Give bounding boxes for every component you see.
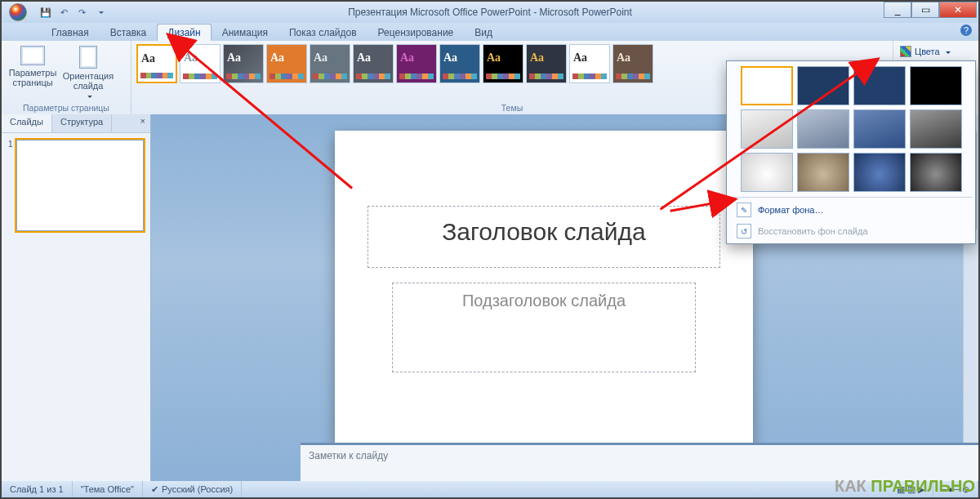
theme-thumb[interactable]: Aa (310, 44, 350, 83)
bg-style-cell[interactable] (853, 153, 906, 192)
panel-close-icon[interactable]: × (136, 114, 150, 132)
close-button[interactable]: ✕ (939, 2, 977, 18)
minimize-button[interactable]: _ (884, 2, 911, 18)
slides-panel: Слайды Структура × 1 (2, 114, 151, 481)
theme-color-bar (140, 73, 173, 78)
background-styles-grid (732, 66, 970, 192)
ribbon-tab-1[interactable]: Вставка (100, 24, 158, 41)
page-setup-label: Параметры страницы (7, 68, 59, 87)
ribbon-tabs: ГлавнаяВставкаДизайнАнимацияПоказ слайдо… (2, 23, 978, 41)
watermark-a: КАК (835, 477, 871, 495)
group-label: Параметры страницы (7, 102, 126, 113)
theme-thumb[interactable]: Aa (439, 44, 480, 83)
bg-style-cell[interactable] (910, 66, 962, 105)
notes-pane[interactable]: Заметки к слайду (301, 443, 978, 481)
help-icon[interactable]: ? (960, 25, 972, 36)
chevron-down-icon (943, 47, 951, 56)
slide-thumbnail[interactable] (16, 140, 144, 231)
orientation-label: Ориентация слайда (62, 71, 114, 91)
chevron-down-icon (85, 91, 92, 100)
background-styles-popup: ✎Формат фона… ↺Восстановить фон слайда (726, 60, 976, 244)
office-logo-icon (9, 3, 27, 21)
theme-sample-text: Aa (227, 51, 241, 65)
undo-icon[interactable]: ↶ (57, 6, 70, 19)
slides-panel-tabs: Слайды Структура × (2, 114, 150, 133)
theme-color-bar (226, 74, 261, 79)
theme-thumb[interactable]: Aa (266, 44, 307, 83)
tab-slides[interactable]: Слайды (2, 114, 52, 132)
title-placeholder[interactable]: Заголовок слайда (368, 206, 720, 268)
ribbon-tab-6[interactable]: Вид (464, 24, 503, 41)
theme-thumb[interactable]: Aa (136, 44, 177, 83)
spellcheck-icon: ✔ (151, 484, 158, 495)
theme-sample-text: Aa (357, 51, 371, 65)
theme-thumb[interactable]: Aa (353, 44, 394, 83)
page-setup-button[interactable]: Параметры страницы (7, 44, 59, 87)
theme-thumb[interactable]: Aa (223, 44, 264, 83)
theme-color-bar (183, 74, 217, 79)
themes-gallery[interactable]: AaAaAaAaAaAaAaAaAaAaAaAa (136, 44, 653, 83)
theme-sample-text: Aa (617, 51, 630, 65)
theme-color-bar (529, 74, 564, 79)
colors-icon (900, 46, 911, 57)
status-language[interactable]: ✔Русский (Россия) (143, 481, 242, 497)
slide-canvas[interactable]: Заголовок слайда Подзаголовок слайда (335, 131, 753, 444)
theme-sample-text: Aa (400, 51, 414, 65)
reset-bg-label: Восстановить фон слайда (758, 226, 868, 236)
theme-thumb[interactable]: Aa (569, 44, 610, 83)
maximize-button[interactable]: ▭ (911, 2, 939, 18)
theme-thumb[interactable]: Aa (526, 44, 567, 83)
bg-style-cell[interactable] (910, 153, 962, 192)
tab-outline[interactable]: Структура (52, 114, 112, 132)
save-icon[interactable]: 💾 (39, 6, 52, 19)
slide-thumbnails: 1 (2, 133, 150, 238)
subtitle-placeholder[interactable]: Подзаголовок слайда (392, 283, 696, 372)
office-button[interactable] (2, 2, 34, 23)
bg-style-cell[interactable] (741, 66, 793, 105)
status-slide-pos: Слайд 1 из 1 (2, 481, 73, 497)
quick-access-toolbar: 💾 ↶ ↷ (34, 6, 111, 19)
format-bg-label: Формат фона… (758, 205, 824, 215)
orientation-button[interactable]: Ориентация слайда (62, 44, 114, 100)
theme-color-bar (443, 74, 477, 79)
theme-color-bar (399, 74, 434, 79)
format-background-item[interactable]: ✎Формат фона… (732, 199, 970, 221)
theme-thumb[interactable]: Aa (180, 44, 220, 83)
theme-sample-text: Aa (487, 51, 501, 65)
theme-thumb[interactable]: Aa (483, 44, 523, 83)
theme-color-bar (572, 74, 607, 79)
reset-bg-icon: ↺ (737, 224, 751, 238)
theme-color-bar (270, 74, 304, 79)
ribbon-tab-3[interactable]: Анимация (212, 24, 278, 41)
theme-color-bar (313, 74, 347, 79)
ribbon-tab-5[interactable]: Рецензирование (368, 24, 465, 41)
ribbon-tab-2[interactable]: Дизайн (157, 24, 211, 41)
ribbon-tab-0[interactable]: Главная (41, 24, 100, 41)
bg-style-cell[interactable] (741, 153, 793, 192)
bg-style-cell[interactable] (853, 66, 906, 105)
theme-color-bar (356, 74, 390, 79)
theme-sample-text: Aa (270, 51, 284, 65)
theme-sample-text: Aa (141, 52, 155, 65)
bg-style-cell[interactable] (797, 66, 849, 105)
theme-color-bar (486, 74, 520, 79)
theme-thumb[interactable]: Aa (396, 44, 437, 83)
qat-more-icon[interactable] (93, 6, 106, 19)
theme-sample-text: Aa (443, 51, 457, 65)
colors-dropdown[interactable]: Цвета (897, 44, 975, 59)
watermark: КАК ПРАВИЛЬНО (835, 478, 975, 494)
bg-style-cell[interactable] (741, 109, 793, 149)
theme-sample-text: Aa (530, 51, 544, 65)
status-bar: Слайд 1 из 1 "Тема Office" ✔Русский (Рос… (2, 481, 978, 497)
orientation-icon (79, 46, 97, 69)
bg-style-cell[interactable] (797, 153, 849, 192)
window-title: Презентация Microsoft Office PowerPoint … (2, 7, 978, 18)
theme-thumb[interactable]: Aa (612, 44, 653, 83)
redo-icon[interactable]: ↷ (75, 6, 88, 19)
separator (730, 197, 972, 198)
bg-style-cell[interactable] (910, 109, 962, 149)
status-language-label: Русский (Россия) (162, 484, 233, 494)
ribbon-tab-4[interactable]: Показ слайдов (278, 24, 368, 41)
bg-style-cell[interactable] (853, 109, 906, 149)
bg-style-cell[interactable] (797, 109, 849, 149)
